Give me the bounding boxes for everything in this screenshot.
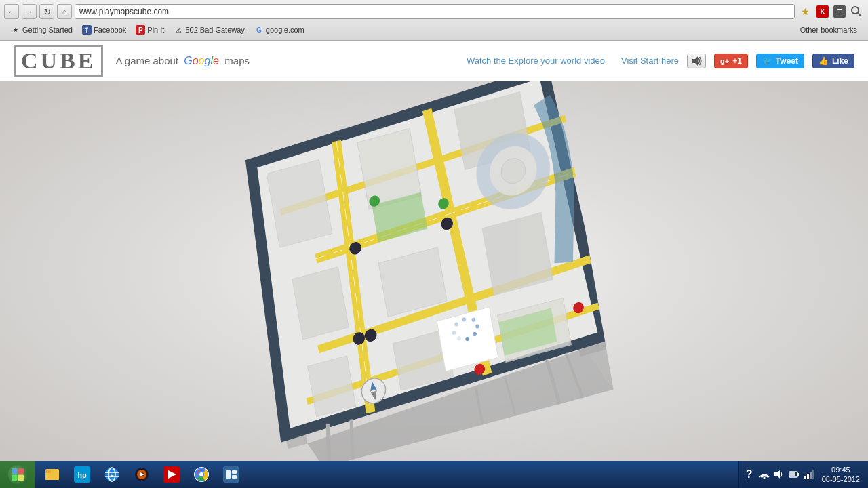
like-thumb-icon: 👍 [818, 56, 829, 66]
svg-rect-87 [226, 470, 231, 479]
svg-rect-64 [12, 475, 18, 481]
svg-rect-89 [232, 475, 237, 479]
clock-time: 09:45 [831, 465, 850, 474]
bookmark-facebook-label: Facebook [94, 26, 126, 34]
network-tray-icon[interactable] [758, 468, 770, 481]
like-label: Like [832, 56, 848, 66]
nav-row: ← → ↻ ⌂ ★ K ☰ [4, 3, 864, 20]
forward-button[interactable]: → [22, 4, 37, 19]
facebook-favicon: f [82, 25, 92, 35]
svg-rect-93 [797, 473, 799, 476]
windows-logo-icon [8, 465, 27, 484]
tweet-label: Tweet [776, 56, 798, 66]
svg-rect-62 [12, 468, 18, 474]
svg-rect-63 [18, 468, 24, 474]
map-3d-wrapper [237, 98, 631, 437]
svg-text:e: e [110, 472, 113, 479]
home-button[interactable]: ⌂ [57, 4, 72, 19]
gplus-button[interactable]: g+ +1 [714, 54, 748, 68]
tweet-button[interactable]: 🐦 Tweet [756, 54, 804, 68]
svg-point-85 [199, 472, 203, 476]
back-button[interactable]: ← [4, 4, 19, 19]
svg-line-5 [858, 13, 861, 16]
taskbar-tray: ? 09:45 08-05-2012 [738, 461, 868, 488]
website-content: CUBE A game about Google maps Watch the … [0, 41, 868, 461]
svg-rect-98 [812, 470, 814, 479]
browser-frame: ← → ↻ ⌂ ★ K ☰ [0, 0, 868, 488]
bookmark-manager-icon[interactable]: ☰ [832, 4, 847, 19]
bookmark-502-label: 502 Bad Gateway [185, 26, 244, 34]
tagline-suffix: maps [224, 55, 250, 66]
bookmark-google-label: google.com [266, 26, 304, 34]
battery-tray-icon[interactable] [788, 468, 800, 481]
bookmark-google[interactable]: G google.com [250, 24, 309, 36]
svg-rect-95 [804, 476, 806, 479]
search-icon[interactable] [849, 4, 864, 19]
svg-rect-86 [223, 466, 239, 483]
bookmarks-bar: ★ Getting Started f Facebook P Pin It ⚠ … [4, 22, 864, 37]
svg-point-4 [852, 7, 859, 14]
pinit-favicon: P [136, 25, 145, 35]
map-svg [214, 81, 613, 461]
taskbar-player2[interactable] [157, 463, 186, 486]
tagline-prefix: A game about [115, 55, 178, 66]
watch-video-link[interactable]: Watch the Explore your world video [467, 56, 605, 66]
map-area [0, 81, 868, 461]
svg-rect-96 [807, 474, 809, 479]
svg-rect-68 [45, 470, 51, 473]
502-favicon: ⚠ [174, 25, 183, 35]
volume-tray-icon[interactable] [773, 468, 785, 481]
svg-marker-6 [692, 56, 698, 66]
bookmark-pinit[interactable]: P Pin It [132, 24, 168, 36]
other-bookmarks[interactable]: Other bookmarks [796, 24, 861, 35]
google-favicon: G [254, 25, 264, 35]
taskbar-chrome[interactable] [187, 463, 216, 486]
getting-started-favicon: ★ [11, 25, 20, 35]
bookmark-facebook[interactable]: f Facebook [78, 24, 130, 36]
svg-rect-27 [308, 356, 356, 417]
tweet-bird-icon: 🐦 [762, 56, 772, 66]
svg-text:hp: hp [77, 471, 87, 479]
signal-tray-icon[interactable] [803, 468, 815, 481]
taskbar-app7[interactable] [217, 463, 245, 486]
taskbar-items: hp e [35, 461, 248, 488]
svg-point-90 [763, 477, 765, 479]
bookmark-pinit-label: Pin It [147, 26, 164, 34]
taskbar-media[interactable] [127, 463, 156, 486]
bookmark-getting-started-label: Getting Started [22, 26, 73, 34]
like-button[interactable]: 👍 Like [812, 54, 854, 68]
gplus-icon: g+ [720, 57, 729, 65]
svg-marker-91 [774, 470, 780, 479]
svg-rect-88 [232, 470, 237, 474]
start-button[interactable] [0, 461, 35, 488]
svg-rect-94 [790, 472, 795, 476]
header-right: Watch the Explore your world video Visit… [467, 54, 854, 68]
refresh-button[interactable]: ↻ [39, 4, 54, 19]
system-clock[interactable]: 09:45 08-05-2012 [818, 465, 864, 485]
browser-icons: K ☰ [815, 4, 864, 19]
svg-text:☰: ☰ [837, 8, 843, 16]
help-tray-icon[interactable]: ? [743, 468, 755, 481]
svg-rect-97 [810, 472, 812, 479]
svg-text:K: K [820, 8, 825, 16]
svg-rect-25 [292, 267, 349, 340]
bookmark-getting-started[interactable]: ★ Getting Started [7, 24, 77, 36]
bookmark-502[interactable]: ⚠ 502 Bad Gateway [170, 24, 248, 36]
address-bar[interactable] [75, 4, 795, 19]
site-logo: CUBE [14, 45, 103, 77]
kaspersky-icon[interactable]: K [815, 4, 830, 19]
taskbar-hp[interactable]: hp [68, 463, 96, 486]
clock-date: 08-05-2012 [822, 474, 860, 484]
gplus-label: +1 [732, 56, 742, 66]
svg-rect-65 [18, 475, 24, 481]
browser-toolbar: ← → ↻ ⌂ ★ K ☰ [0, 0, 868, 41]
taskbar-ie[interactable]: e [98, 463, 126, 486]
star-bookmark-icon[interactable]: ★ [797, 4, 812, 19]
visit-start-link[interactable]: Visit Start here [621, 56, 679, 66]
google-logo: Google [184, 55, 222, 66]
taskbar: hp e [0, 461, 868, 488]
taskbar-explorer[interactable] [38, 463, 66, 486]
header-left: CUBE A game about Google maps [14, 45, 250, 77]
sound-button[interactable] [687, 54, 706, 68]
site-header: CUBE A game about Google maps Watch the … [0, 41, 868, 81]
